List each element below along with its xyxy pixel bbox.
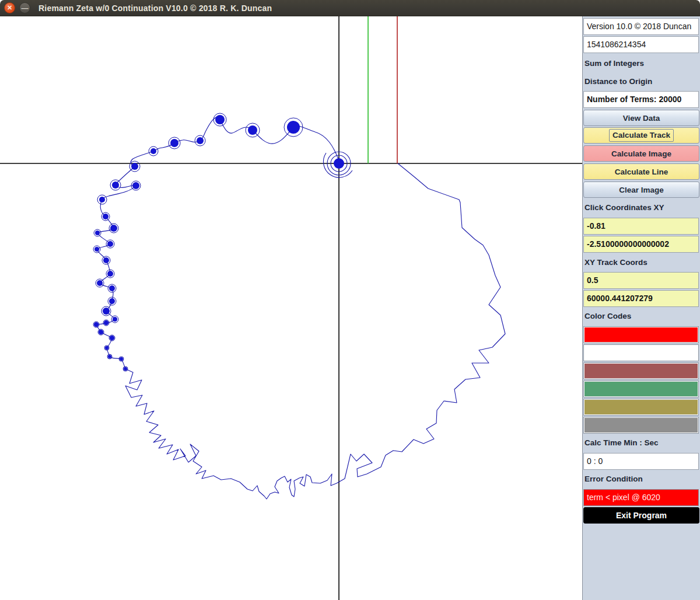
click-y-field[interactable]: -2.5100000000000002 <box>583 236 699 253</box>
color-swatch-white <box>583 344 699 361</box>
sum-of-integers-label: Sum of Integers <box>583 58 700 69</box>
exit-program-button[interactable]: Exit Program <box>583 507 699 524</box>
color-swatch-green <box>583 381 699 397</box>
window-title: Riemann Zeta w/0 Continuation V10.0 © 20… <box>38 4 272 13</box>
calc-time-label: Calc Time Min : Sec <box>583 437 700 449</box>
color-swatch-maroon <box>583 362 699 379</box>
xy-track-coords-label: XY Track Coords <box>583 257 700 268</box>
plot-area[interactable] <box>0 16 582 600</box>
distance-to-origin-label: Distance to Origin <box>583 76 700 88</box>
calculate-line-button[interactable]: Calculate Line <box>583 163 699 180</box>
epoch-field[interactable]: 1541086214354 <box>583 36 699 53</box>
calculate-track-label: Calculate Track <box>609 129 674 142</box>
error-value-field: term < pixel @ 6020 <box>583 489 699 506</box>
color-swatch-olive <box>583 399 699 416</box>
close-icon[interactable]: ✕ <box>4 2 15 13</box>
track-y-field[interactable]: 60000.441207279 <box>583 290 699 307</box>
color-codes-label: Color Codes <box>583 311 700 322</box>
plot-svg[interactable] <box>0 16 582 600</box>
number-of-terms-field[interactable]: Number of Terms: 20000 <box>583 91 699 108</box>
title-bar[interactable]: ✕ — Riemann Zeta w/0 Continuation V10.0 … <box>0 0 700 16</box>
color-swatch-gray <box>583 417 699 434</box>
control-panel: Version 10.0 © 2018 Duncan 1541086214354… <box>582 16 700 600</box>
calc-time-field[interactable]: 0 : 0 <box>583 453 699 470</box>
color-swatch-red <box>583 326 699 343</box>
click-x-field[interactable]: -0.81 <box>583 218 699 235</box>
clear-image-button[interactable]: Clear Image <box>583 182 699 198</box>
error-condition-label: Error Condition <box>583 473 700 485</box>
version-field[interactable]: Version 10.0 © 2018 Duncan <box>583 18 699 35</box>
view-data-button[interactable]: View Data <box>583 110 699 126</box>
track-x-field[interactable]: 0.5 <box>583 272 699 289</box>
minimize-icon[interactable]: — <box>19 2 30 13</box>
calculate-image-button[interactable]: Calculate Image <box>583 145 699 162</box>
click-coordinates-label: Click Coordinates XY <box>583 202 700 214</box>
application-window: ✕ — Riemann Zeta w/0 Continuation V10.0 … <box>0 0 700 600</box>
calculate-track-button[interactable]: Calculate Track <box>583 127 699 144</box>
